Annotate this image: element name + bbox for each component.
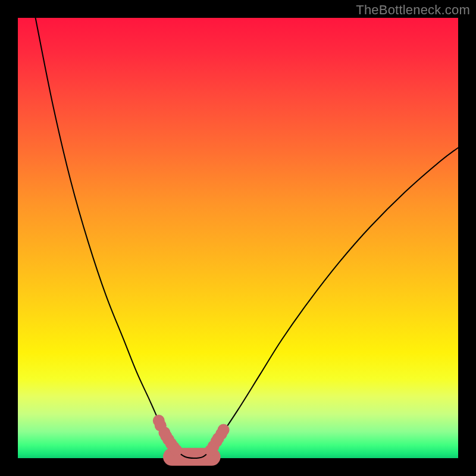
marker-dot xyxy=(170,444,182,456)
bottleneck-curve xyxy=(36,18,458,458)
watermark-text: TheBottleneck.com xyxy=(356,2,470,18)
curve-group xyxy=(36,18,458,458)
plot-area xyxy=(18,18,458,458)
chart-frame: TheBottleneck.com xyxy=(0,0,476,476)
marker-dot xyxy=(218,424,230,436)
curves-svg xyxy=(18,18,458,458)
